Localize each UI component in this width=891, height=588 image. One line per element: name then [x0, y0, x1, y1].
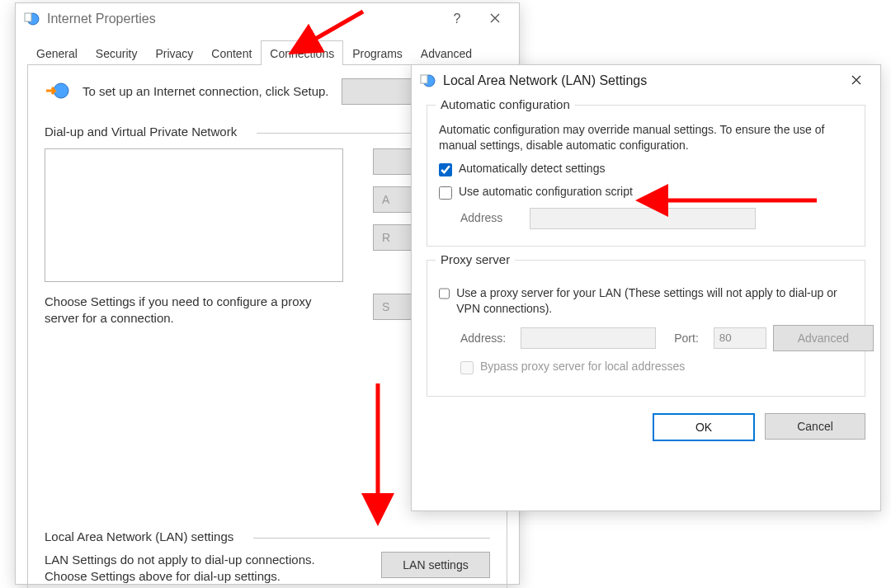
lan-note: LAN Settings do not apply to dial-up con…: [45, 552, 342, 586]
help-button[interactable]: ?: [438, 7, 476, 31]
fieldset-auto-config: Automatic configuration Automatic config…: [427, 105, 865, 247]
close-icon: [490, 12, 500, 26]
tab-connections[interactable]: Connections: [261, 40, 343, 65]
lan-window-title: Local Area Network (LAN) Settings: [443, 73, 647, 88]
proxy-legend: Proxy server: [436, 252, 515, 266]
help-char: ?: [454, 12, 461, 26]
use-script-label: Use automatic configuration script: [459, 185, 633, 198]
ok-button[interactable]: OK: [653, 413, 755, 441]
use-proxy-checkbox[interactable]: [439, 287, 450, 300]
proxy-address-input: [521, 327, 656, 349]
close-icon: [851, 73, 861, 88]
svg-rect-6: [421, 75, 427, 83]
use-script-checkbox-row[interactable]: Use automatic configuration script: [439, 185, 853, 200]
lan-close-button[interactable]: [837, 68, 875, 93]
svg-rect-2: [25, 13, 31, 21]
section-lan-heading: Local Area Network (LAN) settings: [45, 529, 233, 543]
choose-settings-text: Choose Settings if you need to configure…: [45, 294, 342, 327]
lan-settings-button[interactable]: LAN settings: [381, 552, 490, 578]
lan-settings-dialog: Local Area Network (LAN) Settings Automa…: [411, 64, 881, 511]
globe-arrow-icon: [45, 81, 71, 103]
internet-options-icon: [24, 11, 40, 27]
auto-detect-label: Automatically detect settings: [459, 162, 605, 175]
proxy-port-label: Port:: [674, 332, 699, 345]
use-script-checkbox[interactable]: [439, 186, 452, 200]
tab-advanced[interactable]: Advanced: [412, 40, 481, 65]
lan-titlebar: Local Area Network (LAN) Settings: [412, 65, 880, 96]
bypass-checkbox: [460, 361, 474, 374]
bypass-checkbox-row: Bypass proxy server for local addresses: [460, 360, 853, 374]
tab-programs[interactable]: Programs: [343, 40, 412, 65]
proxy-address-label: Address:: [460, 332, 506, 345]
section-dialup-heading: Dial-up and Virtual Private Network: [45, 125, 237, 139]
auto-legend: Automatic configuration: [436, 97, 575, 111]
auto-desc: Automatic configuration may override man…: [439, 122, 853, 153]
internet-options-icon: [420, 73, 436, 89]
auto-detect-checkbox-row[interactable]: Automatically detect settings: [439, 162, 853, 176]
bypass-label: Bypass proxy server for local addresses: [480, 360, 685, 373]
script-address-label: Address: [460, 211, 518, 224]
auto-detect-checkbox[interactable]: [439, 163, 452, 176]
tab-general[interactable]: General: [27, 40, 87, 65]
window-title: Internet Properties: [47, 12, 156, 26]
use-proxy-checkbox-row[interactable]: Use a proxy server for your LAN (These s…: [439, 285, 853, 317]
setup-text: To set up an Internet connection, click …: [82, 83, 330, 100]
proxy-advanced-button: Advanced: [773, 325, 874, 351]
tab-strip: General Security Privacy Content Connect…: [16, 40, 519, 64]
divider-2: [253, 538, 490, 539]
fieldset-proxy: Proxy server Use a proxy server for your…: [427, 260, 865, 397]
titlebar: Internet Properties ?: [16, 3, 519, 35]
tab-security[interactable]: Security: [87, 40, 147, 65]
cancel-button[interactable]: Cancel: [765, 413, 865, 440]
dialup-listbox[interactable]: [45, 148, 343, 282]
tab-privacy[interactable]: Privacy: [146, 40, 202, 65]
proxy-port-input: [714, 327, 766, 349]
close-button[interactable]: [476, 7, 514, 31]
use-proxy-label: Use a proxy server for your LAN (These s…: [456, 285, 853, 317]
script-address-input: [530, 208, 756, 229]
tab-content[interactable]: Content: [202, 40, 261, 65]
